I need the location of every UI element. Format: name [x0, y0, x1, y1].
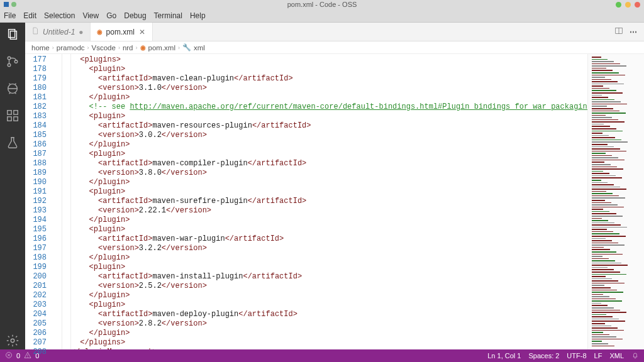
menu-terminal[interactable]: Terminal [154, 11, 182, 20]
menu-help[interactable]: Help [190, 11, 206, 20]
line-number-gutter: 177 178 179 180 181 182 183 184 185 186 … [25, 54, 53, 349]
xml-file-icon: ◉ [97, 28, 103, 35]
gear-icon[interactable] [6, 334, 19, 349]
close-window-button[interactable] [635, 2, 640, 8]
svg-rect-0 [9, 30, 15, 38]
status-eol[interactable]: LF [594, 352, 602, 359]
svg-point-17 [28, 357, 28, 358]
svg-rect-6 [8, 111, 11, 114]
beaker-icon[interactable] [6, 136, 19, 151]
extensions-icon[interactable] [6, 109, 19, 124]
window-controls[interactable] [616, 2, 640, 8]
status-lang[interactable]: XML [609, 352, 624, 359]
svg-point-2 [8, 57, 11, 60]
svg-rect-8 [8, 117, 11, 121]
wrench-icon: 🔧 [182, 43, 191, 52]
crumb-xml[interactable]: 🔧xml [182, 43, 205, 52]
crumb-pramodc[interactable]: pramodc [57, 44, 85, 52]
xml-file-icon: ◉ [140, 44, 146, 51]
tabbar: Untitled-1 ● ◉ pom.xml ✕ ⋯ [25, 23, 644, 41]
menu-selection[interactable]: Selection [44, 11, 75, 20]
more-actions-icon[interactable]: ⋯ [630, 28, 638, 36]
app-icon [4, 2, 9, 7]
crumb-nrd[interactable]: nrd [123, 44, 133, 52]
source-control-icon[interactable] [6, 55, 19, 70]
editor[interactable]: 177 178 179 180 181 182 183 184 185 186 … [25, 54, 644, 349]
menu-edit[interactable]: Edit [23, 11, 36, 20]
svg-point-10 [11, 339, 14, 343]
window-title: pom.xml - Code - OSS [287, 1, 357, 8]
split-editor-icon[interactable] [614, 26, 623, 37]
tab-label: Untitled-1 [43, 28, 75, 36]
error-icon[interactable] [5, 351, 13, 360]
tab-pomxml[interactable]: ◉ pom.xml ✕ [91, 23, 153, 41]
crumb-vscode[interactable]: Vscode [92, 44, 116, 52]
close-icon[interactable]: ✕ [138, 28, 146, 36]
dot-icon [11, 2, 16, 7]
debug-icon[interactable] [6, 82, 19, 97]
svg-rect-1 [10, 31, 16, 40]
dirty-indicator-icon: ● [79, 28, 83, 36]
statusbar: 0 0 Ln 1, Col 1 Spaces: 2 UTF-8 LF XML [0, 349, 644, 362]
warning-icon[interactable] [24, 351, 31, 360]
status-lncol[interactable]: Ln 1, Col 1 [487, 352, 521, 359]
tab-label: pom.xml [106, 28, 135, 36]
activitybar [0, 23, 25, 349]
minimize-button[interactable] [616, 2, 621, 8]
titlebar-left-icons [4, 2, 16, 7]
code-content[interactable]: <plugins> <plugin> <artifactId>maven-cle… [53, 54, 587, 349]
maximize-button[interactable] [625, 2, 631, 8]
status-spaces[interactable]: Spaces: 2 [528, 352, 559, 359]
breadcrumbs[interactable]: home› pramodc› Vscode› nrd› ◉pom.xml› 🔧x… [25, 41, 644, 54]
menu-go[interactable]: Go [106, 11, 116, 20]
tab-untitled[interactable]: Untitled-1 ● [25, 23, 91, 41]
status-encoding[interactable]: UTF-8 [567, 352, 586, 359]
menubar: File Edit Selection View Go Debug Termin… [0, 9, 644, 23]
menu-file[interactable]: File [4, 11, 16, 20]
svg-rect-7 [14, 111, 18, 114]
svg-point-3 [8, 63, 11, 67]
minimap[interactable] [587, 54, 644, 349]
svg-rect-9 [14, 117, 18, 121]
crumb-pomxml[interactable]: ◉pom.xml [140, 44, 175, 52]
crumb-home[interactable]: home [31, 44, 50, 52]
file-icon [31, 27, 39, 36]
bell-icon[interactable] [631, 351, 639, 360]
titlebar: pom.xml - Code - OSS [0, 0, 644, 9]
menu-view[interactable]: View [82, 11, 99, 20]
explorer-icon[interactable] [6, 28, 19, 43]
menu-debug[interactable]: Debug [124, 11, 146, 20]
error-count[interactable]: 0 [16, 352, 20, 359]
